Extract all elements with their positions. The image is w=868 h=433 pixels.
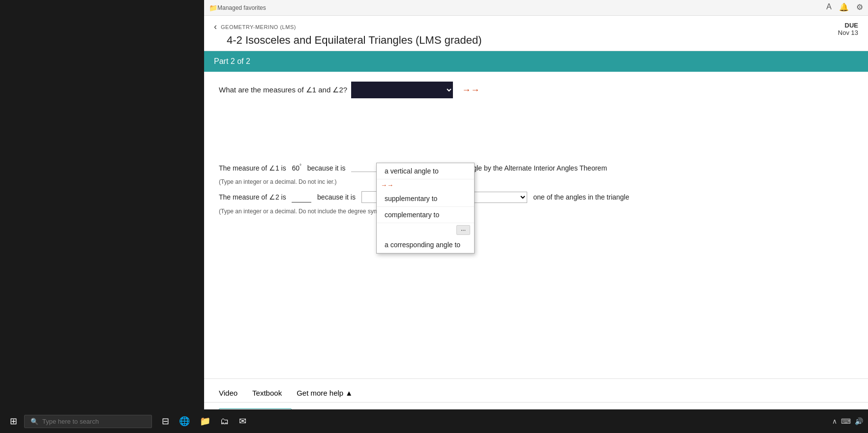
angle1-reason-after: angle by the Alternate Interior Angles T… [465, 164, 607, 172]
dropdown-option-vertical[interactable]: a vertical angle to [377, 163, 474, 179]
taskbar-app-icons: ⊟ 🌐 📁 🗂 ✉ [158, 414, 250, 429]
chevron-icon[interactable]: ∧ [832, 417, 837, 425]
get-more-help-link[interactable]: Get more help ▲ [297, 389, 353, 397]
top-right-icons: A 🔔 ⚙ [826, 2, 863, 12]
question-line-1: What are the measures of ∠1 and ∠2? a ve… [219, 82, 853, 98]
bottom-links: Video Textbook Get more help ▲ [204, 378, 868, 402]
assignment-title: 4-2 Isosceles and Equilateral Triangles … [227, 34, 858, 47]
assignment-header: ‹ GEOMETRY-MERINO (LMS) 4-2 Isosceles an… [204, 16, 868, 51]
start-button[interactable]: ⊞ [5, 413, 22, 430]
due-date: DUE Nov 13 [838, 22, 858, 36]
due-label: DUE [838, 22, 858, 29]
angle1-value: 60 [292, 164, 299, 172]
angle2-reason-after: one of the angles in the triangle [533, 193, 629, 201]
keyboard-icon[interactable]: ⌨ [841, 417, 851, 425]
due-date-value: Nov 13 [838, 29, 858, 36]
managed-favorites-label: Managed favorites [217, 4, 266, 11]
angle1-note: (Type an integer or a decimal. Do not in… [219, 178, 853, 185]
dropdown-option-supplementary[interactable]: supplementary to [377, 191, 474, 207]
question-text: What are the measures of ∠1 and ∠2? [219, 86, 347, 94]
taskbar-sys-icons: ∧ ⌨ 🔊 [832, 417, 863, 425]
arrow-indicator-1: →→ [462, 85, 479, 95]
settings-icon[interactable]: ⚙ [856, 2, 863, 12]
angle2-text: The measure of ∠2 is [219, 193, 286, 201]
course-label: GEOMETRY-MERINO (LMS) [221, 24, 296, 30]
search-icon: 🔍 [30, 418, 38, 425]
taskbar-search-input[interactable] [42, 418, 141, 425]
folder-icon: 📁 [209, 4, 217, 12]
angle2-reason-before: because it is [317, 193, 356, 201]
angle2-input[interactable] [292, 192, 311, 202]
taskbar-multitask-icon[interactable]: ⊟ [158, 414, 173, 429]
dropdown-overlay: a vertical angle to →→ supplementary to … [376, 163, 475, 254]
angle2-row: The measure of ∠2 is because it is a ver… [219, 191, 853, 203]
assignment-area: ‹ GEOMETRY-MERINO (LMS) 4-2 Isosceles an… [204, 16, 868, 433]
left-panel [0, 0, 204, 433]
taskbar-explorer-icon[interactable]: 📁 [196, 414, 214, 429]
bell-icon[interactable]: 🔔 [839, 2, 849, 12]
arrow-2: →→ [381, 181, 393, 189]
angle2-note: (Type an integer or a decimal. Do not in… [219, 208, 853, 215]
main-content: 📁 Managed favorites A 🔔 ⚙ ‹ GEOMETRY-MER… [204, 0, 868, 433]
taskbar-search-area[interactable]: 🔍 [24, 415, 152, 428]
part-label: Part 2 of 2 [214, 57, 250, 65]
back-nav: ‹ GEOMETRY-MERINO (LMS) [214, 22, 858, 32]
volume-icon[interactable]: 🔊 [855, 417, 863, 425]
taskbar: ⊞ 🔍 ⊟ 🌐 📁 🗂 ✉ ∧ ⌨ 🔊 [0, 409, 868, 433]
dropdown-option-corresponding[interactable]: a corresponding angle to [377, 237, 474, 253]
angle-dropdown[interactable]: a vertical angle to supplementary to com… [351, 82, 453, 98]
font-icon: A [826, 2, 832, 12]
angle1-superscript: ° [299, 163, 301, 169]
angle1-row: The measure of ∠1 is 60° because it is a… [219, 162, 853, 173]
angle1-reason-before: because it is [307, 164, 346, 172]
ellipsis-button[interactable]: ··· [456, 225, 470, 235]
dropdown-option-complementary[interactable]: complementary to [377, 207, 474, 223]
video-link[interactable]: Video [219, 389, 238, 397]
angle1-text: The measure of ∠1 is [219, 164, 286, 172]
part-header: Part 2 of 2 [204, 51, 868, 72]
taskbar-mail-icon[interactable]: ✉ [235, 414, 250, 429]
taskbar-right: ∧ ⌨ 🔊 [832, 417, 863, 425]
back-button[interactable]: ‹ [214, 22, 217, 32]
browser-bar: 📁 Managed favorites A 🔔 ⚙ [204, 0, 868, 16]
taskbar-edge-icon[interactable]: 🌐 [175, 414, 194, 429]
textbook-link[interactable]: Textbook [252, 389, 282, 397]
taskbar-store-icon[interactable]: 🗂 [216, 414, 233, 429]
question-content: What are the measures of ∠1 and ∠2? a ve… [204, 72, 868, 369]
